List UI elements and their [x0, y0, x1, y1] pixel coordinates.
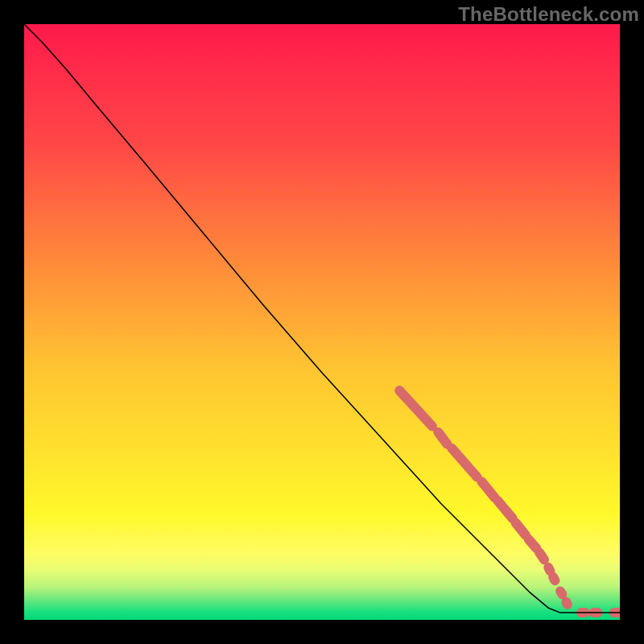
gradient-background — [24, 24, 620, 620]
marker-segment — [529, 539, 537, 548]
marker-segment — [548, 568, 550, 571]
chart-stage: TheBottleneck.com — [0, 0, 644, 644]
plot-area — [24, 24, 620, 620]
chart-svg — [24, 24, 620, 620]
marker-segment — [553, 577, 555, 580]
watermark-text: TheBottleneck.com — [458, 3, 639, 26]
marker-segment — [566, 602, 567, 605]
marker-segment — [560, 591, 562, 594]
marker-segment — [539, 552, 544, 559]
